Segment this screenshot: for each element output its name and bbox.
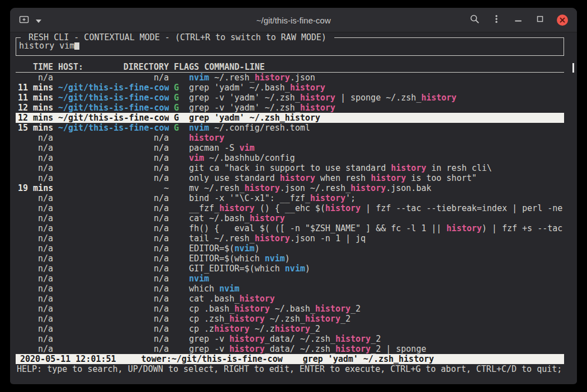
history-row[interactable]: n/an/aEDITOR=$(which nvim) <box>16 254 564 264</box>
row-time: n/a <box>18 173 53 183</box>
history-row[interactable]: n/an/acat .bash_history <box>16 294 564 304</box>
row-command: history <box>189 133 564 143</box>
history-row[interactable]: 11 mins~/git/this-is-fine-cowGgrep 'yadm… <box>16 83 564 93</box>
history-row[interactable]: n/an/anvim <box>16 274 564 284</box>
row-command: only use standard history when resh hist… <box>189 173 564 183</box>
row-flags <box>174 294 189 304</box>
history-row[interactable]: n/an/abind -x '"\C-x1": __fzf_history'; <box>16 193 564 203</box>
dropdown-caret-icon <box>36 15 41 25</box>
row-command: cp .zhistory ~/.zhistory_2 <box>189 324 564 334</box>
row-command: grep -v history_data/ ~/.zsh_history_2 |… <box>189 344 564 354</box>
search-icon <box>470 14 480 26</box>
row-directory: ~/git/this-is-fine-cow <box>58 103 169 113</box>
row-flags <box>174 304 189 314</box>
restore-button[interactable] <box>535 14 545 26</box>
row-flags <box>174 243 189 254</box>
row-time: n/a <box>18 344 53 354</box>
menu-button[interactable] <box>491 14 501 26</box>
row-time: n/a <box>18 314 53 324</box>
row-time: n/a <box>18 223 53 233</box>
history-row[interactable]: n/an/acp .zsh_history ~/.zsh_history_2 <box>16 314 564 324</box>
row-directory: n/a <box>58 254 169 264</box>
window-title: ~/git/this-is-fine-cow <box>257 15 331 25</box>
row-command: mv ~/.resh_history.json ~/.resh_history.… <box>189 183 564 193</box>
row-directory: n/a <box>58 294 169 304</box>
row-flags <box>174 314 189 324</box>
history-row[interactable]: n/an/a__fzf_history () { __ehc $(history… <box>16 203 564 213</box>
row-flags <box>174 183 189 193</box>
row-flags: G <box>174 83 189 93</box>
row-command: cp .bash_history ~/.bash_history_2 <box>189 304 564 314</box>
row-time: 11 mins <box>18 93 53 103</box>
history-row[interactable]: n/an/acp .bash_history ~/.bash_history_2 <box>16 304 564 314</box>
row-directory: n/a <box>58 203 169 213</box>
history-row[interactable]: 15 mins~/git/this-is-fine-cowGnvim ~/.co… <box>16 123 564 133</box>
history-row[interactable]: n/an/avim ~/.bashhub/config <box>16 153 564 163</box>
terminal-screen: RESH CLI - CONTEXTUAL MODE - (CTRL+R to … <box>10 32 577 384</box>
row-directory: n/a <box>58 73 169 83</box>
history-row[interactable]: 19 mins~mv ~/.resh_history.json ~/.resh_… <box>16 183 564 193</box>
row-command: cat .bash_history <box>189 294 564 304</box>
history-row[interactable]: n/an/agrep -v history_data/ ~/.zsh_histo… <box>16 344 564 354</box>
history-row[interactable]: n/an/aEDITOR=$(nvim) <box>16 243 564 254</box>
row-command: which nvim <box>189 284 564 294</box>
row-time: n/a <box>18 324 53 334</box>
history-row[interactable]: 12 mins~/git/this-is-fine-cowGgrep -v 'y… <box>16 103 564 113</box>
history-row[interactable]: n/an/ahistory <box>16 133 564 143</box>
scrollbar-thumb[interactable] <box>572 63 574 73</box>
row-time: 12 mins <box>18 103 53 113</box>
row-directory: n/a <box>58 314 169 324</box>
history-list: n/an/anvim ~/.resh_history.json 11 mins~… <box>16 73 564 354</box>
row-command: cat ~/.bash_history <box>189 213 564 223</box>
row-directory: n/a <box>58 153 169 163</box>
titlebar: ~/git/this-is-fine-cow <box>10 8 577 32</box>
new-tab-button[interactable] <box>19 15 29 26</box>
row-command: tail ~/.resh_history.json -n 1 | jq <box>189 233 564 243</box>
row-directory: n/a <box>58 223 169 233</box>
row-directory: n/a <box>58 344 169 354</box>
row-time: n/a <box>18 73 53 83</box>
search-button[interactable] <box>470 14 480 26</box>
row-command: cp .zsh_history ~/.zsh_history_2 <box>189 314 564 324</box>
new-tab-icon <box>19 15 29 26</box>
row-time: n/a <box>18 233 53 243</box>
history-row[interactable]: n/an/anvim ~/.resh_history.json <box>16 73 564 83</box>
history-row[interactable]: 11 mins~/git/this-is-fine-cowGgrep -v 'y… <box>16 93 564 103</box>
history-row[interactable]: n/an/afh() { eval $( ([ -n "$ZSH_NAME" ]… <box>16 223 564 233</box>
row-flags <box>174 274 189 284</box>
row-directory: ~/git/this-is-fine-cow <box>58 123 169 133</box>
row-flags: G <box>174 103 189 113</box>
row-command: grep -v history_data/ ~/.zsh_history_2 <box>189 334 564 344</box>
row-command: nvim <box>189 274 564 284</box>
history-row[interactable]: n/an/acat ~/.bash_history <box>16 213 564 223</box>
row-time: n/a <box>18 254 53 264</box>
row-flags <box>174 233 189 243</box>
row-time: n/a <box>18 143 53 153</box>
row-time: n/a <box>18 163 53 173</box>
row-flags <box>174 193 189 203</box>
history-row[interactable]: 12 mins~/git/this-is-fine-cowGgrep 'yadm… <box>16 113 564 123</box>
history-row[interactable]: n/an/agit ca "hack in support to use sta… <box>16 163 564 173</box>
history-row[interactable]: n/an/atail ~/.resh_history.json -n 1 | j… <box>16 233 564 243</box>
row-flags <box>174 213 189 223</box>
minimize-icon <box>513 14 523 26</box>
row-command: GIT_EDITOR=$(which nvim) <box>189 264 564 274</box>
history-row[interactable]: n/an/acp .zhistory ~/.zhistory_2 <box>16 324 564 334</box>
row-time: n/a <box>18 274 53 284</box>
history-row[interactable]: n/an/agrep -v history_data/ ~/.zsh_histo… <box>16 334 564 344</box>
row-flags <box>174 254 189 264</box>
row-time: 12 mins <box>18 113 53 123</box>
close-button[interactable] <box>557 15 568 26</box>
row-command: vim ~/.bashhub/config <box>189 153 564 163</box>
history-row[interactable]: n/an/awhich nvim <box>16 284 564 294</box>
profile-dropdown-button[interactable] <box>36 15 41 25</box>
row-directory: ~ <box>58 183 169 193</box>
restore-icon <box>535 14 545 26</box>
history-row[interactable]: n/an/aonly use standard history when res… <box>16 173 564 183</box>
history-row[interactable]: n/an/apacman -S vim <box>16 143 564 153</box>
history-row[interactable]: n/an/aGIT_EDITOR=$(which nvim) <box>16 264 564 274</box>
row-directory: n/a <box>58 173 169 183</box>
header-flags: FLAGS <box>174 62 199 72</box>
text-cursor <box>74 41 79 50</box>
minimize-button[interactable] <box>513 14 523 26</box>
